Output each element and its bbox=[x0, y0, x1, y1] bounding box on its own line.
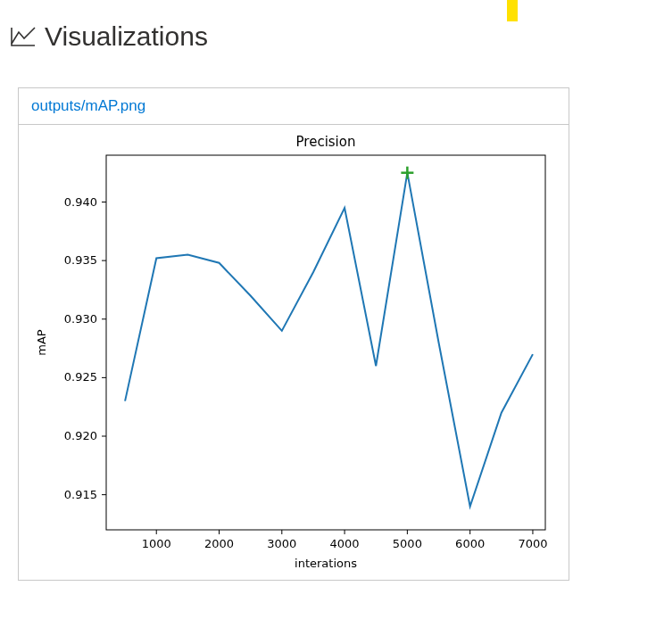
svg-text:1000: 1000 bbox=[142, 537, 171, 550]
svg-text:0.925: 0.925 bbox=[64, 370, 97, 384]
visualization-panel: outputs/mAP.png 100020003000400050006000… bbox=[18, 87, 569, 581]
svg-text:4000: 4000 bbox=[330, 537, 360, 550]
svg-text:0.930: 0.930 bbox=[64, 312, 97, 326]
chart-line-icon bbox=[11, 26, 36, 47]
svg-text:5000: 5000 bbox=[393, 537, 422, 550]
svg-text:3000: 3000 bbox=[267, 537, 296, 550]
highlight-marker bbox=[507, 0, 518, 21]
svg-text:0.915: 0.915 bbox=[64, 488, 97, 501]
section-header: Visualizations bbox=[0, 0, 656, 61]
svg-text:2000: 2000 bbox=[204, 537, 234, 550]
svg-text:0.940: 0.940 bbox=[64, 195, 97, 209]
svg-text:interations: interations bbox=[295, 557, 357, 570]
svg-rect-0 bbox=[106, 155, 545, 530]
chart-container: 10002000300040005000600070000.9150.9200.… bbox=[19, 125, 569, 580]
panel-file-link[interactable]: outputs/mAP.png bbox=[19, 88, 569, 125]
svg-text:mAP: mAP bbox=[35, 329, 48, 356]
precision-chart: 10002000300040005000600070000.9150.9200.… bbox=[19, 125, 569, 578]
section-title: Visualizations bbox=[45, 21, 208, 52]
svg-text:0.935: 0.935 bbox=[64, 253, 97, 267]
svg-text:0.920: 0.920 bbox=[64, 429, 97, 442]
svg-text:Precision: Precision bbox=[296, 134, 356, 150]
svg-text:7000: 7000 bbox=[518, 537, 547, 550]
svg-text:6000: 6000 bbox=[455, 537, 485, 550]
